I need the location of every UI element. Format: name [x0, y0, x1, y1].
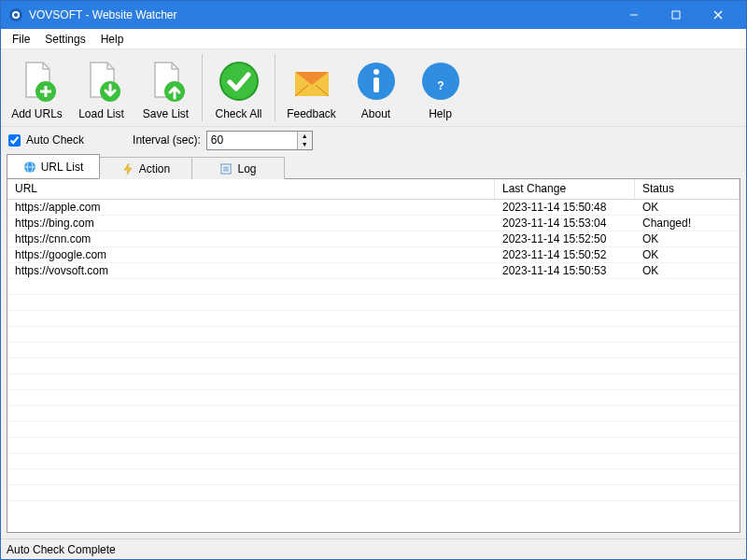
check-all-button[interactable]: Check All	[206, 51, 271, 124]
cell-last-change	[495, 406, 635, 421]
cell-url: https://apple.com	[7, 200, 495, 215]
cell-last-change	[495, 485, 635, 500]
svg-point-15	[374, 69, 379, 75]
table-row	[7, 343, 740, 358]
tab-action[interactable]: Action	[99, 157, 192, 179]
cell-status	[635, 374, 740, 389]
cell-last-change	[495, 469, 635, 484]
cell-last-change: 2023-11-14 15:52:50	[495, 231, 635, 246]
toolbar-separator	[202, 54, 203, 121]
auto-check-checkbox[interactable]	[8, 134, 21, 147]
tab-log[interactable]: Log	[191, 157, 285, 179]
menu-file[interactable]: File	[5, 31, 37, 48]
cell-last-change: 2023-11-14 15:50:48	[495, 200, 635, 215]
cell-status	[635, 454, 740, 469]
tab-label: Log	[237, 162, 256, 175]
status-text: Auto Check Complete	[7, 543, 116, 556]
cell-last-change: 2023-11-14 15:50:53	[495, 263, 635, 278]
svg-point-2	[14, 13, 18, 17]
cell-status	[635, 485, 740, 500]
table-row	[7, 438, 740, 454]
cell-url: https://cnn.com	[7, 231, 495, 246]
auto-check-label: Auto Check	[26, 133, 84, 147]
status-bar: Auto Check Complete	[1, 539, 746, 559]
close-button[interactable]	[697, 1, 739, 29]
maximize-button[interactable]	[655, 1, 697, 29]
cell-status: OK	[635, 263, 740, 278]
log-icon	[219, 162, 233, 175]
menubar: File Settings Help	[1, 29, 746, 49]
save-list-button[interactable]: Save List	[134, 51, 198, 124]
toolbtn-label: Help	[429, 107, 452, 120]
table-row	[7, 469, 740, 485]
minimize-button[interactable]	[613, 1, 655, 29]
cell-last-change	[495, 327, 635, 342]
cell-status	[635, 295, 740, 310]
load-list-button[interactable]: Load List	[69, 51, 134, 124]
cell-last-change: 2023-11-14 15:50:52	[495, 247, 635, 262]
toolbar: Add URLs Load List Save List Check All	[1, 49, 746, 127]
cell-status: Changed!	[635, 216, 740, 231]
cell-url: https://google.com	[7, 247, 495, 262]
column-header-status[interactable]: Status	[635, 179, 740, 199]
table-row[interactable]: https://vovsoft.com2023-11-14 15:50:53OK	[7, 263, 740, 279]
tab-url-list[interactable]: URL List	[7, 154, 100, 178]
spinner-down-button[interactable]: ▼	[298, 140, 312, 149]
about-button[interactable]: About	[344, 51, 408, 124]
cell-status	[635, 311, 740, 326]
table-row	[7, 358, 740, 374]
help-button[interactable]: ? Help	[408, 51, 472, 124]
feedback-button[interactable]: Feedback	[279, 51, 344, 124]
table-row	[7, 279, 740, 295]
spinner-up-button[interactable]: ▲	[298, 132, 312, 141]
column-header-last-change[interactable]: Last Change	[495, 179, 635, 199]
svg-rect-16	[374, 77, 379, 92]
table-body: https://apple.com2023-11-14 15:50:48OKht…	[7, 200, 740, 532]
cell-last-change: 2023-11-14 15:53:04	[495, 216, 635, 231]
table-row	[7, 311, 740, 327]
cell-url	[7, 390, 495, 405]
table-row	[7, 485, 740, 501]
toolbtn-label: Load List	[78, 107, 124, 120]
table-row	[7, 295, 740, 311]
table-row	[7, 390, 740, 406]
table-row[interactable]: https://google.com2023-11-14 15:50:52OK	[7, 247, 740, 263]
menu-help[interactable]: Help	[93, 31, 132, 48]
cell-url	[7, 469, 495, 484]
toolbtn-label: Save List	[143, 107, 189, 120]
check-circle-icon	[217, 59, 261, 104]
table-row[interactable]: https://cnn.com2023-11-14 15:52:50OK	[7, 231, 740, 247]
column-header-url[interactable]: URL	[7, 179, 495, 199]
document-download-icon	[79, 59, 124, 104]
window-title: VOVSOFT - Website Watcher	[29, 8, 176, 21]
cell-status	[635, 279, 740, 294]
cell-url	[7, 438, 495, 453]
cell-url: https://vovsoft.com	[7, 263, 495, 278]
table-header: URL Last Change Status	[7, 179, 740, 200]
cell-url	[7, 279, 495, 294]
cell-url: https://bing.com	[7, 216, 495, 231]
document-plus-icon	[15, 59, 60, 104]
table-row	[7, 454, 740, 469]
menu-settings[interactable]: Settings	[37, 31, 92, 48]
table-row	[7, 422, 740, 438]
cell-url	[7, 327, 495, 342]
lightning-icon	[121, 162, 134, 175]
titlebar: VOVSOFT - Website Watcher	[1, 1, 746, 29]
cell-last-change	[495, 390, 635, 405]
interval-spinner: ▲ ▼	[206, 131, 313, 150]
cell-url	[7, 343, 495, 357]
table-row[interactable]: https://bing.com2023-11-14 15:53:04Chang…	[7, 216, 740, 231]
cell-last-change	[495, 311, 635, 326]
table-row[interactable]: https://apple.com2023-11-14 15:50:48OK	[7, 200, 740, 216]
document-upload-icon	[144, 59, 189, 104]
cell-status	[635, 358, 740, 373]
interval-input[interactable]	[207, 132, 297, 149]
cell-url	[7, 295, 495, 310]
table-row	[7, 374, 740, 390]
add-urls-button[interactable]: Add URLs	[5, 51, 69, 124]
main-window: VOVSOFT - Website Watcher File Settings …	[0, 0, 747, 560]
cell-last-change	[495, 454, 635, 469]
toolbtn-label: About	[361, 107, 390, 120]
cell-last-change	[495, 295, 635, 310]
